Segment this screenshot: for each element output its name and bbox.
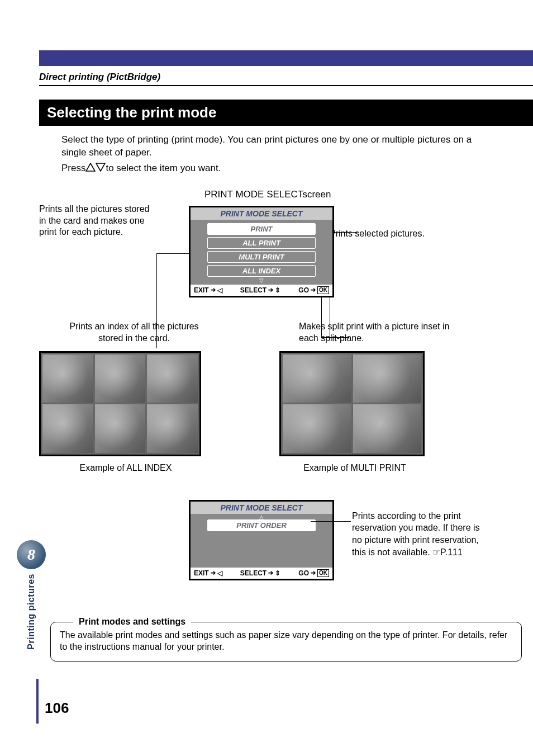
callout-print: Prints selected pictures.	[330, 228, 475, 240]
lcd-item-print: PRINT	[207, 223, 316, 235]
chevron-down-icon: ▽	[207, 279, 316, 282]
thumbnail	[147, 404, 198, 453]
updown-key-icon: ⇕	[275, 569, 280, 577]
thumbnail	[353, 355, 422, 403]
caption-multi-print: Example of MULTI PRINT	[285, 463, 425, 473]
lcd-item-all-print: ALL PRINT	[207, 237, 316, 249]
arrow-right-icon: ➔	[311, 569, 316, 577]
thumbnail	[95, 355, 146, 403]
lcd-menu: PRINT ALL PRINT MULTI PRINT ALL INDEX ▽	[191, 220, 332, 285]
press-suffix: to select the item you want.	[106, 163, 221, 174]
press-instruction: Press to select the item you want.	[61, 163, 494, 174]
diagram-area-2: PRINT MODE SELECT △ PRINT ORDER EXIT➔◁ S…	[61, 500, 494, 612]
triangle-up-icon	[85, 163, 96, 174]
example-multi-print	[279, 351, 425, 456]
thumbnail	[353, 404, 422, 453]
lcd-item-print-order: PRINT ORDER	[207, 519, 316, 531]
lcd-exit-label: EXIT	[194, 286, 209, 294]
callout-line	[156, 253, 157, 348]
svg-marker-1	[96, 163, 105, 171]
triangle-down-icon	[96, 163, 106, 174]
lcd-go-label: GO	[298, 569, 309, 577]
lcd-item-multi-print: MULTI PRINT	[207, 251, 316, 263]
lcd-screen-print-mode: PRINT MODE SELECT PRINT ALL PRINT MULTI …	[189, 206, 334, 297]
callout-line	[311, 521, 351, 522]
thumbnail	[283, 404, 351, 453]
page-number: 106	[45, 700, 69, 717]
ok-key-icon: OK	[317, 569, 329, 577]
arrow-right-icon: ➔	[311, 286, 316, 294]
lcd-exit-label: EXIT	[194, 569, 209, 577]
callout-all-index: Prints an index of all the pictures stor…	[56, 321, 212, 344]
chapter-number-badge: 8	[17, 540, 46, 569]
breadcrumb: Direct printing (PictBridge)	[39, 72, 494, 83]
press-prefix: Press	[61, 163, 85, 174]
caption-all-index: Example of ALL INDEX	[61, 463, 190, 473]
lcd-item-all-index: ALL INDEX	[207, 265, 316, 277]
svg-marker-0	[86, 163, 95, 171]
page-reference: P.111	[440, 547, 463, 557]
arrow-right-icon: ➔	[268, 286, 273, 294]
reference-icon: ☞	[432, 546, 440, 559]
lcd-select-label: SELECT	[240, 569, 266, 577]
page-number-rule	[36, 656, 39, 724]
lcd-menu: △ PRINT ORDER	[191, 514, 332, 568]
thumbnail	[283, 355, 351, 403]
lcd-screen-print-order: PRINT MODE SELECT △ PRINT ORDER EXIT➔◁ S…	[189, 500, 334, 580]
example-all-index	[39, 351, 201, 456]
arrow-right-icon: ➔	[211, 286, 216, 294]
note-body: The available print modes and settings s…	[60, 629, 512, 653]
lcd-title: PRINT MODE SELECT	[191, 207, 332, 220]
chapter-label: Printing pictures	[26, 574, 36, 650]
thumbnail	[42, 355, 93, 403]
lcd-footer: EXIT➔◁ SELECT➔⇕ GO➔OK	[191, 568, 332, 579]
note-box: Print modes and settings The available p…	[50, 622, 522, 662]
lcd-select-label: SELECT	[240, 286, 266, 294]
callout-multi-print: Makes split print with a picture inset i…	[299, 321, 467, 344]
callout-all-print: Prints all the pictures stored in the ca…	[39, 204, 156, 238]
callout-print-order: Prints according to the print reservatio…	[352, 510, 486, 558]
chapter-tab: 8 Printing pictures	[17, 540, 46, 650]
lcd-footer: EXIT➔◁ SELECT➔⇕ GO➔OK	[191, 285, 332, 296]
left-key-icon: ◁	[217, 286, 222, 294]
intro-text: Select the type of printing (print mode)…	[61, 134, 494, 159]
diagram-area: PRINT MODE SELECTscreen Prints all the p…	[61, 189, 494, 502]
note-title: Print modes and settings	[73, 617, 191, 627]
header-bar	[39, 50, 533, 66]
left-key-icon: ◁	[217, 569, 222, 577]
thumbnail	[147, 355, 198, 403]
lcd-title: PRINT MODE SELECT	[191, 502, 332, 514]
chevron-up-icon: △	[207, 515, 316, 519]
callout-line	[321, 337, 349, 338]
section-heading: Selecting the print mode	[39, 100, 533, 126]
thumbnail	[95, 404, 146, 453]
thumbnail	[42, 404, 93, 453]
ok-key-icon: OK	[317, 286, 329, 294]
arrow-right-icon: ➔	[211, 569, 216, 577]
divider	[39, 85, 533, 86]
manual-page: Direct printing (PictBridge) Selecting t…	[0, 0, 533, 756]
updown-key-icon: ⇕	[275, 286, 280, 294]
lcd-go-label: GO	[298, 286, 309, 294]
screen-title: PRINT MODE SELECTscreen	[204, 189, 331, 200]
arrow-right-icon: ➔	[268, 569, 273, 577]
